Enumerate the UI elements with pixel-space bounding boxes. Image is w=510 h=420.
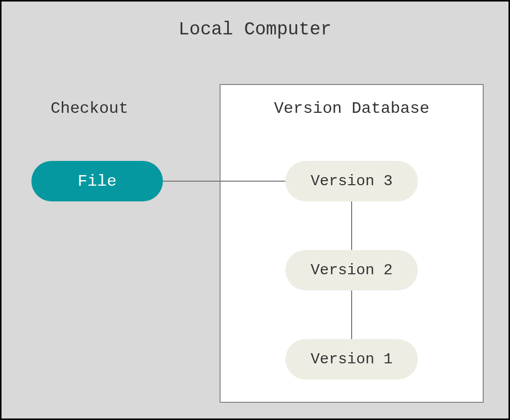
version-database-title: Version Database	[220, 99, 484, 118]
version-node-2: Version 2	[285, 250, 418, 290]
version-node-1: Version 1	[285, 339, 418, 380]
version-node-label: Version 1	[311, 351, 393, 368]
connector-file-to-v3	[163, 181, 285, 182]
file-node-label: File	[78, 172, 117, 191]
version-node-label: Version 2	[311, 262, 393, 279]
connector-v3-to-v2	[351, 201, 352, 250]
version-node-3: Version 3	[285, 161, 418, 201]
connector-v2-to-v1	[351, 290, 352, 339]
version-node-label: Version 3	[311, 173, 393, 190]
diagram-canvas: Local Computer Checkout Version Database…	[0, 0, 510, 420]
checkout-label: Checkout	[51, 99, 129, 118]
file-node: File	[31, 161, 163, 201]
local-computer-title: Local Computer	[0, 19, 510, 40]
